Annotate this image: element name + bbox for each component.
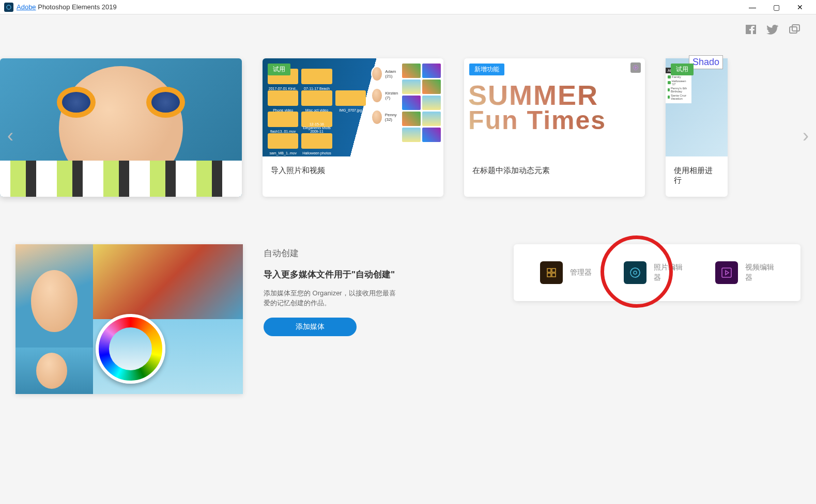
svg-rect-6 — [552, 269, 556, 272]
svg-rect-2 — [792, 25, 799, 31]
video-editor-label: 视频编辑器 — [745, 262, 774, 282]
window-title: Adobe Photoshop Elements 2019 — [17, 3, 117, 11]
new-feature-badge: 新增功能 — [469, 64, 504, 75]
share-icon[interactable] — [788, 23, 800, 36]
svg-point-0 — [7, 5, 11, 9]
carousel-prev-button[interactable]: ‹ — [3, 120, 18, 151]
hero-image — [0, 58, 242, 197]
app-icon — [4, 3, 13, 12]
photo-editor-icon — [624, 261, 646, 284]
svg-rect-8 — [552, 273, 556, 277]
carousel-next-button[interactable]: › — [798, 120, 813, 151]
minimize-button[interactable]: — — [741, 0, 764, 14]
video-editor-corner-icon — [630, 62, 641, 73]
window-titlebar: Adobe Photoshop Elements 2019 — ▢ ✕ — [0, 0, 816, 14]
card-caption: 在标题中添加动态元素 — [464, 156, 645, 185]
organizer-label: 管理器 — [570, 267, 592, 278]
add-media-button[interactable]: 添加媒体 — [264, 318, 357, 336]
svg-rect-7 — [547, 273, 551, 277]
svg-point-10 — [634, 271, 637, 274]
card-caption: 导入照片和视频 — [263, 156, 443, 185]
auto-create-collage — [16, 244, 243, 394]
trial-badge: 试用 — [671, 64, 694, 75]
close-button[interactable]: ✕ — [788, 0, 812, 14]
video-editor-launcher[interactable]: 视频编辑器 — [715, 261, 774, 284]
auto-create-description: 添加媒体至您的 Organizer，以接收用您最喜爱的记忆创建的作品。 — [264, 288, 398, 308]
card-caption: 使用相册进行 — [666, 156, 728, 195]
maximize-button[interactable]: ▢ — [764, 0, 788, 14]
organizer-icon — [540, 261, 563, 284]
svg-rect-5 — [547, 269, 551, 272]
trial-badge: 试用 — [268, 64, 290, 75]
facebook-icon[interactable] — [745, 23, 757, 36]
shadow-overlay-label: Shado — [689, 55, 723, 69]
carousel-hero-card[interactable] — [0, 58, 242, 197]
svg-rect-11 — [722, 268, 731, 277]
launcher-panel: 管理器 照片编辑器 视频编辑器 — [514, 244, 800, 301]
feature-carousel: ‹ › 试用 2017-07-01 Kirst.. 07-11-17 Beach — [0, 58, 816, 213]
auto-create-title: 自动创建 — [264, 247, 398, 259]
svg-marker-4 — [635, 67, 637, 69]
carousel-card-album[interactable]: 试用 Albums Family Halloween '17 Penny's 6… — [666, 58, 728, 197]
carousel-card-import[interactable]: 试用 2017-07-01 Kirst.. 07-11-17 Beach Pho… — [263, 58, 443, 197]
svg-marker-12 — [726, 271, 729, 275]
carousel-card-summer[interactable]: 新增功能 SUMMER Fun Times 在标题中添加动态元素 — [464, 58, 645, 197]
video-editor-icon — [715, 261, 738, 284]
svg-rect-1 — [790, 27, 797, 33]
twitter-icon[interactable] — [766, 23, 779, 36]
auto-create-info: 自动创建 导入更多媒体文件用于"自动创建" 添加媒体至您的 Organizer，… — [264, 244, 398, 394]
auto-create-heading: 导入更多媒体文件用于"自动创建" — [264, 269, 398, 281]
organizer-launcher[interactable]: 管理器 — [540, 261, 592, 284]
social-bar — [745, 23, 800, 36]
photo-editor-launcher[interactable]: 照片编辑器 — [624, 261, 683, 284]
photo-editor-label: 照片编辑器 — [654, 262, 683, 282]
